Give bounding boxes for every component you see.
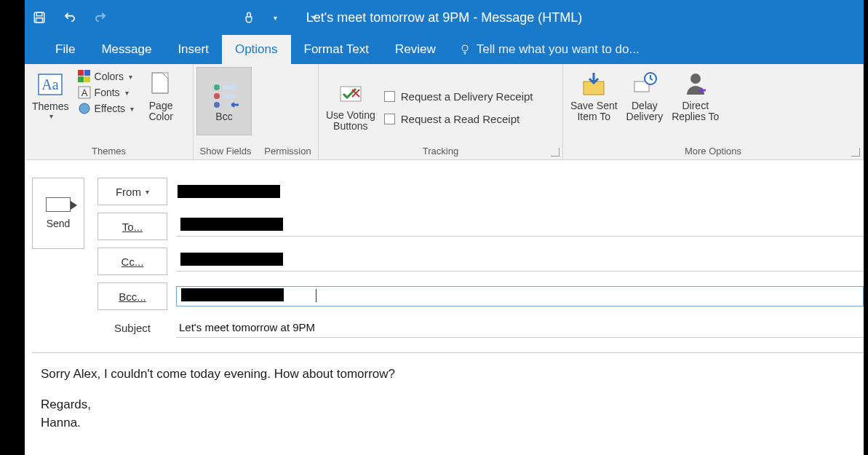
dialog-launcher-icon[interactable] xyxy=(551,148,560,157)
subject-label: Subject xyxy=(97,322,167,334)
tab-options[interactable]: Options xyxy=(222,35,291,64)
chevron-down-icon: ▾ xyxy=(49,112,53,120)
save-sent-item-to-button[interactable]: Save Sent Item To xyxy=(566,67,622,126)
effects-icon xyxy=(78,102,91,115)
caret-icon xyxy=(316,289,316,302)
svg-rect-6 xyxy=(78,70,84,76)
from-row: From ▾ user0@example.com xyxy=(97,178,864,205)
delivery-receipt-checkbox[interactable]: Request a Delivery Receipt xyxy=(384,90,533,103)
delay-icon xyxy=(630,70,659,99)
to-button[interactable]: To... xyxy=(97,213,167,240)
cc-row: Cc... user2@example.com xyxy=(97,248,864,275)
bcc-value: user3@example.com xyxy=(181,288,284,301)
svg-point-14 xyxy=(214,84,220,90)
svg-point-16 xyxy=(214,102,220,108)
send-button[interactable]: Send xyxy=(32,178,84,249)
svg-point-23 xyxy=(690,74,701,84)
read-receipt-checkbox[interactable]: Request a Read Receipt xyxy=(384,113,533,125)
to-value: user1@example.com xyxy=(180,218,283,231)
tell-me-label: Tell me what you want to do... xyxy=(477,42,640,57)
colors-button[interactable]: Colors▾ xyxy=(78,70,135,83)
lightbulb-icon xyxy=(459,44,471,55)
to-row: To... user1@example.com xyxy=(97,213,864,240)
svg-rect-18 xyxy=(223,94,236,98)
tab-insert[interactable]: Insert xyxy=(164,35,222,64)
tab-review[interactable]: Review xyxy=(382,35,449,64)
svg-rect-2 xyxy=(36,18,43,23)
bcc-field[interactable]: user3@example.com xyxy=(176,286,864,306)
redo-icon[interactable] xyxy=(93,10,108,25)
voting-buttons[interactable]: Use Voting Buttons xyxy=(322,76,380,135)
compose-header: Send From ▾ user0@example.com To... user… xyxy=(25,160,864,338)
delay-delivery-button[interactable]: Delay Delivery xyxy=(622,67,668,126)
group-permission: Permission xyxy=(258,64,319,159)
from-button[interactable]: From ▾ xyxy=(97,178,167,205)
group-label-more-options: More Options xyxy=(566,144,860,159)
to-field[interactable]: user1@example.com xyxy=(176,216,864,237)
body-line-3: Hanna. xyxy=(41,414,855,432)
touch-mode-icon[interactable] xyxy=(242,10,256,25)
save-sent-icon xyxy=(579,70,608,99)
undo-icon[interactable] xyxy=(63,10,77,25)
group-show-fields: Bcc Show Fields xyxy=(194,64,258,159)
svg-point-12 xyxy=(79,103,89,114)
subject-field[interactable] xyxy=(176,317,864,338)
subject-row: Subject xyxy=(97,317,864,338)
voting-icon xyxy=(336,79,365,108)
fonts-icon: A xyxy=(78,86,91,99)
cc-button[interactable]: Cc... xyxy=(97,248,167,275)
tell-me-search[interactable]: Tell me what you want to do... xyxy=(449,35,640,64)
group-label-tracking: Tracking xyxy=(322,144,560,159)
chevron-down-icon[interactable]: ▾ xyxy=(274,14,277,22)
page-color-button[interactable]: Page Color xyxy=(138,67,183,126)
quick-access-toolbar: ▾ xyxy=(32,10,321,25)
svg-text:Aa: Aa xyxy=(42,76,59,92)
group-label-permission: Permission xyxy=(260,144,315,159)
envelope-icon xyxy=(46,197,71,212)
checkbox-icon xyxy=(384,114,395,124)
svg-rect-1 xyxy=(36,12,42,16)
svg-rect-9 xyxy=(84,76,90,82)
message-body[interactable]: Sorry Alex, I couldn't come today evenin… xyxy=(32,352,864,454)
bcc-button[interactable]: Bcc... xyxy=(97,282,167,310)
tab-file[interactable]: File xyxy=(42,35,88,64)
ribbon-tabs: File Message Insert Options Format Text … xyxy=(25,35,864,64)
svg-rect-17 xyxy=(223,85,236,90)
tab-message[interactable]: Message xyxy=(88,35,164,64)
group-tracking: Use Voting Buttons Request a Delivery Re… xyxy=(319,64,563,159)
fonts-button[interactable]: A Fonts▾ xyxy=(78,86,135,99)
page-color-icon xyxy=(146,70,175,99)
body-line-1: Sorry Alex, I couldn't come today evenin… xyxy=(41,365,855,384)
save-icon[interactable] xyxy=(32,10,47,25)
tab-format-text[interactable]: Format Text xyxy=(291,35,382,64)
group-label-themes: Themes xyxy=(28,144,190,159)
group-more-options: Save Sent Item To Delay Delivery Direct … xyxy=(563,64,864,159)
svg-rect-7 xyxy=(84,70,90,76)
direct-replies-icon xyxy=(681,70,710,99)
outlook-compose-window: ▾ Let's meet tomorrow at 9PM - Message (… xyxy=(25,0,864,455)
group-label-show-fields: Show Fields xyxy=(196,144,255,159)
direct-replies-to-button[interactable]: Direct Replies To xyxy=(667,67,723,126)
svg-point-3 xyxy=(462,45,468,51)
group-themes: Aa Themes ▾ Colors▾ A xyxy=(25,64,194,159)
svg-rect-8 xyxy=(78,76,84,82)
dialog-launcher-icon[interactable] xyxy=(851,148,860,157)
titlebar: ▾ Let's meet tomorrow at 9PM - Message (… xyxy=(25,0,864,35)
cc-value: user2@example.com xyxy=(180,253,283,266)
cc-field[interactable]: user2@example.com xyxy=(176,251,864,272)
svg-point-15 xyxy=(214,93,220,99)
ribbon: Aa Themes ▾ Colors▾ A xyxy=(25,64,864,160)
checkbox-icon xyxy=(384,91,395,102)
themes-button[interactable]: Aa Themes ▾ xyxy=(28,67,73,123)
svg-text:A: A xyxy=(81,87,87,98)
themes-icon: Aa xyxy=(36,70,65,99)
qat-customize-icon[interactable] xyxy=(306,10,321,25)
effects-button[interactable]: Effects▾ xyxy=(78,102,135,115)
body-line-2: Regards, xyxy=(41,395,855,414)
bcc-icon xyxy=(210,80,239,109)
colors-icon xyxy=(78,70,91,83)
from-value[interactable]: user0@example.com xyxy=(178,185,280,198)
bcc-button[interactable]: Bcc xyxy=(196,67,252,135)
bcc-row: Bcc... user3@example.com xyxy=(97,282,864,310)
